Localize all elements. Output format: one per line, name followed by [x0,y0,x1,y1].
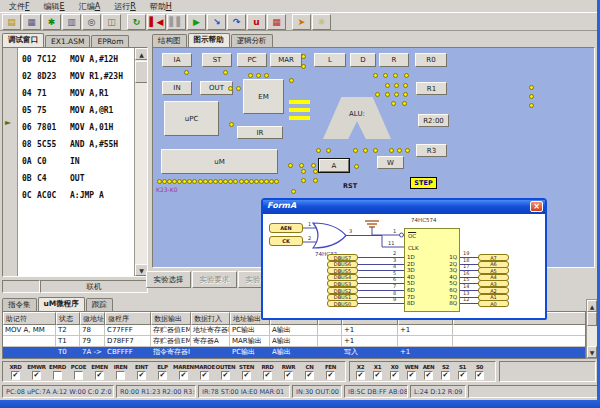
block-d[interactable]: D [350,53,376,67]
tab-调试窗口[interactable]: 调试窗口 [2,33,44,47]
code-listing[interactable]: 007C12MOV A,#12H028D23MOV R1,#23H0471MOV… [2,47,148,277]
inverter-bubble-icon [400,233,404,237]
about-icon[interactable]: ☼ [312,14,331,30]
micro-step-icon[interactable]: u [247,14,266,30]
signal-checkbox[interactable]: ✔ [407,371,416,380]
block-ir[interactable]: IR [237,126,283,139]
code-line[interactable]: 0CAC0CA:JMP A [22,187,104,204]
signal-checkbox[interactable]: ✔ [221,371,230,380]
forma-window[interactable]: FormA × 1 2 3 1 11 [261,198,547,320]
block-r[interactable]: R [379,53,409,67]
step-button[interactable]: STEP [410,177,437,189]
block-r1[interactable]: R1 [416,82,447,95]
step-into-icon[interactable]: ↘ [207,14,226,30]
tab-逻辑分析[interactable]: 逻辑分析 [231,34,273,47]
menu-帮助H[interactable]: 帮助H [143,1,179,12]
signal-checkbox[interactable]: ✔ [424,371,433,380]
block-in[interactable]: IN [162,81,192,95]
block-upc[interactable]: uPC [164,101,219,136]
tab-指令集[interactable]: 指令集 [2,298,37,311]
signal-checkbox[interactable]: ✔ [305,371,314,380]
table-row[interactable]: T07A ->CBFFFF指令寄存器IPC输出A输出写入+1 [3,347,586,358]
tab-结构图[interactable]: 结构图 [152,34,187,47]
code-line[interactable]: 0AC0IN [22,153,80,170]
scroll-thumb[interactable] [135,61,148,83]
registers-icon[interactable]: ▦ [267,14,286,30]
signal-checkbox[interactable]: ✔ [158,371,167,380]
block-w[interactable]: W [377,156,404,169]
tab-EPRom[interactable]: EPRom [91,35,129,47]
table-scroll-down-icon[interactable]: ▼ [587,346,597,358]
open-icon[interactable]: ▤ [2,14,21,30]
tab-跟踪[interactable]: 跟踪 [86,298,113,311]
current-line-arrow-icon: ► [5,118,11,127]
table-scroll-up-icon[interactable]: ▲ [587,300,597,312]
code-line[interactable]: 0471MOV A,R1 [22,85,109,102]
signal-checkbox[interactable]: ✔ [263,371,272,380]
signal-checkbox[interactable]: ✔ [441,371,450,380]
help-icon[interactable]: ➤ [292,14,311,30]
tab-uM微程序[interactable]: uM微程序 [38,297,85,311]
code-line[interactable]: 0BC4OUT [22,170,84,187]
block-r2[interactable]: R2:00 [418,114,449,127]
signal-checkbox[interactable]: ✔ [200,371,209,380]
signal-checkbox[interactable]: ✔ [356,371,365,380]
block-l[interactable]: L [314,53,346,67]
close-icon[interactable]: × [530,201,543,212]
exit-icon[interactable]: ◫ [102,14,121,30]
run-to-cursor-icon[interactable]: ▌◀ [147,14,166,30]
compile-icon[interactable]: ✱ [42,14,61,30]
signal-checkbox[interactable]: ✔ [284,371,293,380]
pause-icon[interactable]: ▌▌ [167,14,186,30]
code-scrollbar[interactable]: ▲ ▼ [134,48,147,276]
menu-运行R[interactable]: 运行R [107,1,143,12]
scroll-up-icon[interactable]: ▲ [135,48,148,60]
signal-checkbox[interactable] [74,371,83,380]
run-icon[interactable]: ▶ [187,14,206,30]
menu-汇编A[interactable]: 汇编A [72,1,107,12]
forma-title-bar[interactable]: FormA × [263,200,545,214]
reset-icon[interactable]: ↻ [127,14,146,30]
block-r3[interactable]: R3 [416,144,447,157]
signal-checkbox[interactable]: ✔ [373,371,382,380]
copy-icon[interactable]: ▥ [62,14,81,30]
signal-label: X0 [391,364,398,370]
table-row[interactable]: T179D78FF7存贮器值EM寄存器AMAR输出A输出+1 [3,336,586,347]
signal-checkbox[interactable]: ✔ [11,371,20,380]
table-row[interactable]: MOV A, MMT278C77FFF存贮器值EM地址寄存器MPC输出A输出+1… [3,325,586,336]
alu-shape[interactable] [323,97,391,139]
signal-checkbox[interactable]: ✔ [475,371,484,380]
menu-编辑E[interactable]: 编辑E [37,1,72,12]
tab-图示帮助[interactable]: 图示帮助 [188,33,230,47]
block-pc[interactable]: PC [237,53,267,67]
code-line[interactable]: 028D23MOV R1,#23H [22,68,123,85]
block-um[interactable]: uM [161,149,278,174]
code-line[interactable]: 007C12MOV A,#12H [22,51,118,68]
tab-EX1.ASM[interactable]: EX1.ASM [45,35,90,47]
menu-文件F[interactable]: 文件F [2,1,37,12]
block-st[interactable]: ST [202,53,232,67]
block-em[interactable]: EM [243,79,284,114]
save-icon[interactable]: ▦ [22,14,41,30]
signal-checkbox[interactable]: ✔ [242,371,251,380]
block-ia[interactable]: IA [162,53,192,67]
experiment-button-1[interactable]: 实验选择 [146,271,191,288]
signal-checkbox[interactable] [116,371,125,380]
signal-checkbox[interactable]: ✔ [179,371,188,380]
step-over-icon[interactable]: ↷ [227,14,246,30]
signal-checkbox[interactable]: ✔ [32,371,41,380]
code-line[interactable]: 067801MOV A,01H [22,119,113,136]
block-r0[interactable]: R0 [415,53,447,67]
code-line[interactable]: 0575MOV A,@R1 [22,102,113,119]
signal-checkbox[interactable]: ✔ [95,371,104,380]
signal-checkbox[interactable]: ✔ [390,371,399,380]
search-icon[interactable]: ◎ [82,14,101,30]
signal-checkbox[interactable] [53,371,62,380]
signal-checkbox[interactable]: ✔ [458,371,467,380]
code-line[interactable]: 085C55AND A,#55H [22,136,118,153]
block-a[interactable]: A [319,159,349,172]
table-scroll-thumb[interactable] [587,312,597,326]
signal-checkbox[interactable]: ✔ [326,371,335,380]
block-mar[interactable]: MAR [270,53,302,67]
signal-checkbox[interactable]: ✔ [137,371,146,380]
